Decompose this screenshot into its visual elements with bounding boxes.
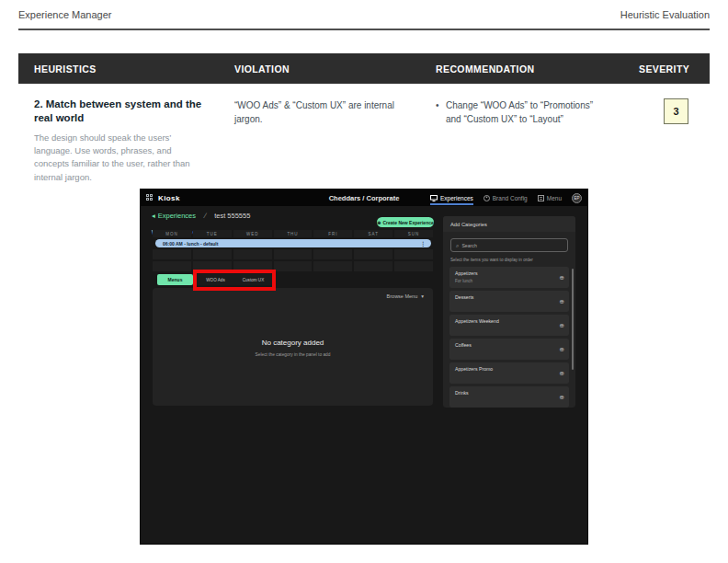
severity-cell: 3 xyxy=(623,98,710,184)
category-item-appetizers[interactable]: Appetizers For lunch ⊕ xyxy=(449,267,569,288)
top-nav: Experiences Brand Config Menu EP xyxy=(430,191,582,205)
monitor-icon xyxy=(430,195,438,201)
day-sat: SAT xyxy=(354,230,392,237)
breadcrumb-current: test 555555 xyxy=(214,212,250,220)
schedule-cell[interactable] xyxy=(354,249,392,259)
list-icon xyxy=(538,195,544,201)
col-recommendation: RECOMMENDATION xyxy=(420,63,623,75)
category-search[interactable]: ⌕ xyxy=(450,238,568,252)
add-categories-panel: Add Categories ⌕ Select the items you wa… xyxy=(443,216,575,408)
col-heuristics: HEURISTICS xyxy=(18,63,219,75)
add-circle-icon[interactable]: ⊕ xyxy=(560,370,564,376)
category-item-desserts[interactable]: Desserts ⊕ xyxy=(449,291,569,312)
heuristic-cell: 2. Match between system and the real wor… xyxy=(18,98,219,184)
category-item-drinks[interactable]: Drinks ⊕ xyxy=(449,386,569,408)
table-row: 2. Match between system and the real wor… xyxy=(18,98,710,184)
plus-circle-icon: ⊕ xyxy=(377,220,381,225)
add-circle-icon[interactable]: ⊕ xyxy=(560,346,564,352)
nav-brand-config-label: Brand Config xyxy=(493,195,528,201)
empty-state-title: No category added xyxy=(153,339,433,347)
category-subtitle: For lunch xyxy=(455,279,554,283)
palette-icon xyxy=(483,195,490,201)
panel-scrollbar[interactable] xyxy=(572,269,574,370)
category-name: Drinks xyxy=(455,390,554,396)
schedule-cell[interactable] xyxy=(394,249,433,259)
empty-state-subtitle: Select the category in the panel to add xyxy=(153,352,433,357)
header-divider xyxy=(18,29,710,30)
tab-woo-ads[interactable]: WOO Ads xyxy=(197,274,234,285)
category-item-appetizers-promo[interactable]: Appetizers Promo ⊕ xyxy=(449,362,569,384)
nav-experiences-label: Experiences xyxy=(440,195,473,201)
day-thu: THU xyxy=(274,230,313,237)
tab-group: WOO Ads Custom UX xyxy=(197,274,272,285)
schedule-cell[interactable] xyxy=(274,261,313,271)
add-circle-icon[interactable]: ⊕ xyxy=(560,322,564,328)
schedule-cell[interactable] xyxy=(394,261,433,271)
recommendation-cell: Change “WOO Ads” to “Promotions” and “Cu… xyxy=(420,98,623,184)
category-name: Desserts xyxy=(455,294,554,300)
doc-title-right: Heuristic Evaluation xyxy=(620,9,710,20)
breadcrumb-back-link[interactable]: ◂ Experiences xyxy=(152,212,196,220)
schedule-cell[interactable] xyxy=(313,261,352,271)
add-circle-icon[interactable]: ⊕ xyxy=(560,274,564,281)
schedule-cell[interactable] xyxy=(354,261,392,271)
user-avatar[interactable]: EP xyxy=(572,193,582,203)
nav-experiences[interactable]: Experiences xyxy=(430,191,473,205)
app-screenshot: Kiosk Cheddars / Corporate Experiences B… xyxy=(140,189,588,545)
nav-menu[interactable]: Menu xyxy=(538,191,562,205)
col-severity: SEVERITY xyxy=(623,63,710,75)
day-fri: FRI xyxy=(313,230,352,237)
day-mon: MON xyxy=(153,230,191,237)
schedule-cell[interactable] xyxy=(193,261,232,271)
category-canvas-panel: Browse Menu ▾ No category added Select t… xyxy=(153,288,433,406)
breadcrumb-separator: / xyxy=(203,212,208,220)
tab-menus[interactable]: Menus xyxy=(157,274,193,285)
schedule-cell[interactable] xyxy=(233,249,272,259)
chevron-down-icon: ▾ xyxy=(421,293,424,299)
schedule-cell[interactable] xyxy=(153,249,191,259)
violation-text: “WOO Ads” & “Custom UX” are internal jar… xyxy=(234,98,407,126)
violation-cell: “WOO Ads” & “Custom UX” are internal jar… xyxy=(219,98,420,184)
table-header: HEURISTICS VIOLATION RECOMMENDATION SEVE… xyxy=(18,53,710,84)
category-name: Appetizers xyxy=(455,270,554,276)
browse-menu-label: Browse Menu xyxy=(387,293,418,299)
add-circle-icon[interactable]: ⊕ xyxy=(560,394,564,400)
doc-title-left: Experience Manager xyxy=(18,9,112,20)
back-arrow-icon: ◂ xyxy=(152,212,155,220)
breadcrumb-back-label: Experiences xyxy=(158,212,196,220)
schedule-cell[interactable] xyxy=(274,249,313,259)
day-sun: SUN xyxy=(394,230,433,237)
category-item-appetizers-weekend[interactable]: Appetizers Weekend ⊕ xyxy=(449,315,569,336)
create-new-experience-button[interactable]: ⊕ Create New Experience xyxy=(377,217,434,227)
browse-menu-dropdown[interactable]: Browse Menu ▾ xyxy=(387,293,424,299)
search-input[interactable] xyxy=(461,243,553,248)
schedule-slot-row xyxy=(153,249,433,259)
tab-custom-ux[interactable]: Custom UX xyxy=(234,274,272,285)
category-name: Appetizers Weekend xyxy=(455,318,554,324)
day-tue: TUE xyxy=(193,230,232,237)
heuristic-description: The design should speak the users’ langu… xyxy=(34,132,206,184)
schedule-cell[interactable] xyxy=(153,261,191,271)
day-header-row: MON TUE WED THU FRI SAT SUN xyxy=(153,230,433,237)
schedule-cell[interactable] xyxy=(233,261,272,271)
schedule-slot-row xyxy=(153,261,433,271)
category-name: Appetizers Promo xyxy=(455,366,554,372)
schedule-cell[interactable] xyxy=(313,249,352,259)
create-button-label: Create New Experience xyxy=(382,220,433,225)
recommendation-text: Change “WOO Ads” to “Promotions” and “Cu… xyxy=(436,98,610,126)
schedule-event-bar[interactable]: 06:00 AM - lunch - default ⋮ xyxy=(155,239,431,247)
panel-title: Add Categories xyxy=(443,216,575,232)
panel-hint: Select the items you want to display in … xyxy=(450,258,533,262)
kebab-menu-icon[interactable]: ⋮ xyxy=(420,241,426,247)
schedule-cell[interactable] xyxy=(193,249,232,259)
heuristic-title: 2. Match between system and the real wor… xyxy=(34,98,206,125)
app-topbar: Kiosk Cheddars / Corporate Experiences B… xyxy=(141,190,587,206)
category-list: Appetizers For lunch ⊕ Desserts ⊕ Appeti… xyxy=(449,267,569,410)
doc-header: Experience Manager Heuristic Evaluation xyxy=(18,9,710,20)
category-item-coffees[interactable]: Coffees ⊕ xyxy=(449,339,569,360)
category-name: Coffees xyxy=(455,342,554,348)
nav-menu-label: Menu xyxy=(547,195,562,201)
search-icon: ⌕ xyxy=(456,243,459,248)
add-circle-icon[interactable]: ⊕ xyxy=(560,298,564,304)
nav-brand-config[interactable]: Brand Config xyxy=(483,191,528,205)
